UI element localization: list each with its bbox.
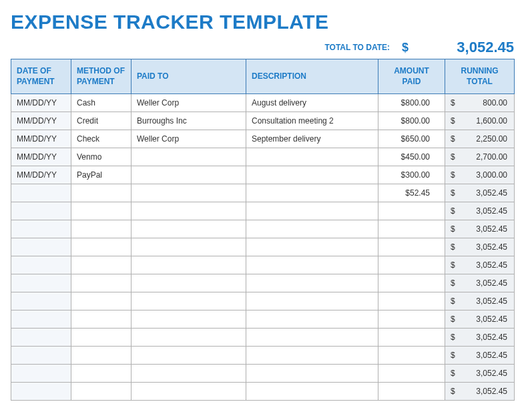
cell-paidto[interactable] xyxy=(132,383,246,401)
header-amount: AMOUNT PAID xyxy=(378,59,445,94)
cell-description[interactable] xyxy=(246,184,378,202)
cell-date[interactable] xyxy=(11,310,71,329)
cell-amount[interactable] xyxy=(378,310,445,329)
cell-amount[interactable]: $800.00 xyxy=(378,94,445,112)
cell-amount[interactable] xyxy=(378,256,445,274)
cell-date[interactable] xyxy=(11,347,71,365)
cell-date[interactable] xyxy=(11,184,71,202)
cell-date[interactable]: MM/DD/YY xyxy=(11,94,71,112)
cell-description[interactable] xyxy=(246,383,378,401)
cell-amount[interactable] xyxy=(378,202,445,220)
cell-date[interactable]: MM/DD/YY xyxy=(11,130,71,148)
cell-description[interactable] xyxy=(246,274,378,292)
cell-paidto[interactable] xyxy=(132,238,246,256)
cell-date[interactable] xyxy=(11,329,71,347)
cell-description[interactable] xyxy=(246,220,378,238)
cell-date[interactable] xyxy=(11,256,71,274)
cell-method[interactable]: Credit xyxy=(71,112,132,130)
cell-running-total: $3,052.45 xyxy=(445,256,515,274)
cell-amount[interactable]: $52.45 xyxy=(378,184,445,202)
cell-running-total: $3,052.45 xyxy=(445,329,515,347)
cell-amount[interactable] xyxy=(378,347,445,365)
cell-amount[interactable] xyxy=(378,292,445,310)
table-row: MM/DD/YYVenmo$450.00$2,700.00 xyxy=(11,148,515,166)
cell-paidto[interactable] xyxy=(132,184,246,202)
cell-description[interactable]: September delivery xyxy=(246,130,378,148)
table-row: $3,052.45 xyxy=(11,256,515,274)
table-row: $3,052.45 xyxy=(11,238,515,256)
cell-method[interactable]: Check xyxy=(71,130,132,148)
header-paidto: PAID TO xyxy=(132,59,246,94)
cell-method[interactable] xyxy=(71,329,132,347)
cell-paidto[interactable] xyxy=(132,166,246,184)
cell-amount[interactable] xyxy=(378,383,445,401)
cell-description[interactable] xyxy=(246,347,378,365)
table-row: MM/DD/YYCreditBurroughs IncConsultation … xyxy=(11,112,515,130)
cell-date[interactable]: MM/DD/YY xyxy=(11,166,71,184)
cell-date[interactable]: MM/DD/YY xyxy=(11,148,71,166)
cell-amount[interactable] xyxy=(378,274,445,292)
running-dollar-sign: $ xyxy=(451,351,455,360)
cell-description[interactable] xyxy=(246,310,378,329)
running-dollar-sign: $ xyxy=(451,116,455,126)
cell-date[interactable] xyxy=(11,220,71,238)
cell-description[interactable] xyxy=(246,256,378,274)
cell-description[interactable] xyxy=(246,329,378,347)
cell-method[interactable] xyxy=(71,256,132,274)
cell-paidto[interactable] xyxy=(132,347,246,365)
cell-paidto[interactable] xyxy=(132,292,246,310)
running-value: 3,052.45 xyxy=(476,351,507,360)
cell-method[interactable]: PayPal xyxy=(71,166,132,184)
cell-method[interactable] xyxy=(71,383,132,401)
running-dollar-sign: $ xyxy=(451,369,455,378)
cell-method[interactable] xyxy=(71,347,132,365)
cell-date[interactable] xyxy=(11,274,71,292)
cell-paidto[interactable] xyxy=(132,148,246,166)
cell-amount[interactable]: $450.00 xyxy=(378,148,445,166)
cell-date[interactable] xyxy=(11,383,71,401)
cell-date[interactable]: MM/DD/YY xyxy=(11,112,71,130)
cell-method[interactable]: Cash xyxy=(71,94,132,112)
cell-amount[interactable] xyxy=(378,365,445,383)
cell-description[interactable]: Consultation meeting 2 xyxy=(246,112,378,130)
cell-amount[interactable]: $650.00 xyxy=(378,130,445,148)
cell-description[interactable] xyxy=(246,166,378,184)
cell-paidto[interactable]: Weller Corp xyxy=(132,130,246,148)
cell-paidto[interactable] xyxy=(132,274,246,292)
cell-paidto[interactable]: Weller Corp xyxy=(132,94,246,112)
cell-paidto[interactable] xyxy=(132,329,246,347)
cell-method[interactable] xyxy=(71,274,132,292)
cell-amount[interactable]: $800.00 xyxy=(378,112,445,130)
cell-method[interactable] xyxy=(71,220,132,238)
cell-date[interactable] xyxy=(11,365,71,383)
cell-method[interactable] xyxy=(71,238,132,256)
cell-method[interactable] xyxy=(71,365,132,383)
cell-date[interactable] xyxy=(11,238,71,256)
cell-running-total: $3,052.45 xyxy=(445,274,515,292)
cell-method[interactable]: Venmo xyxy=(71,148,132,166)
cell-method[interactable] xyxy=(71,184,132,202)
cell-paidto[interactable] xyxy=(132,310,246,329)
cell-date[interactable] xyxy=(11,202,71,220)
cell-description[interactable] xyxy=(246,202,378,220)
cell-date[interactable] xyxy=(11,292,71,310)
cell-method[interactable] xyxy=(71,292,132,310)
cell-method[interactable] xyxy=(71,202,132,220)
cell-description[interactable] xyxy=(246,148,378,166)
cell-amount[interactable] xyxy=(378,220,445,238)
cell-amount[interactable] xyxy=(378,238,445,256)
cell-description[interactable]: August delivery xyxy=(246,94,378,112)
cell-description[interactable] xyxy=(246,292,378,310)
cell-paidto[interactable] xyxy=(132,256,246,274)
cell-paidto[interactable] xyxy=(132,220,246,238)
cell-paidto[interactable]: Burroughs Inc xyxy=(132,112,246,130)
cell-description[interactable] xyxy=(246,238,378,256)
cell-paidto[interactable] xyxy=(132,202,246,220)
running-dollar-sign: $ xyxy=(451,333,455,342)
cell-description[interactable] xyxy=(246,365,378,383)
cell-method[interactable] xyxy=(71,310,132,329)
cell-amount[interactable]: $300.00 xyxy=(378,166,445,184)
cell-paidto[interactable] xyxy=(132,365,246,383)
cell-running-total: $3,052.45 xyxy=(445,220,515,238)
cell-amount[interactable] xyxy=(378,329,445,347)
